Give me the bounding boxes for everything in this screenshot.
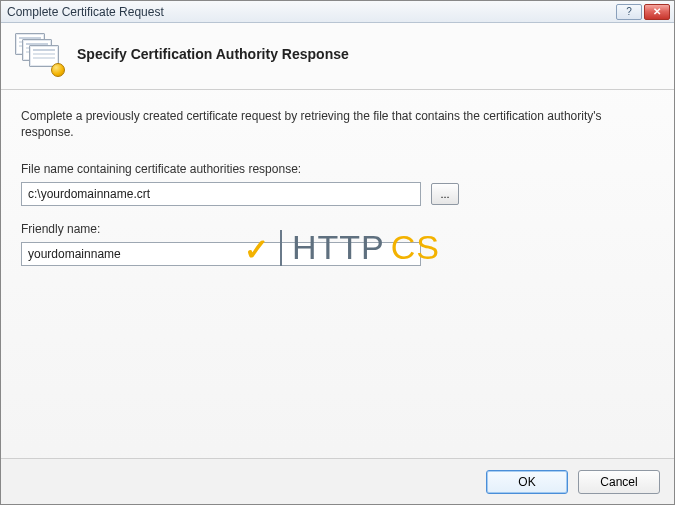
file-row: ... [21, 182, 654, 206]
file-name-label: File name containing certificate authori… [21, 162, 654, 176]
window-title: Complete Certificate Request [7, 5, 616, 19]
dialog-header: Specify Certification Authority Response [1, 23, 674, 90]
certificate-icon [15, 33, 63, 75]
cancel-button[interactable]: Cancel [578, 470, 660, 494]
dialog-footer: OK Cancel [1, 458, 674, 504]
window-buttons: ? ✕ [616, 4, 670, 20]
file-name-input[interactable] [21, 182, 421, 206]
description-text: Complete a previously created certificat… [21, 108, 621, 140]
ok-button[interactable]: OK [486, 470, 568, 494]
help-button[interactable]: ? [616, 4, 642, 20]
dialog-window: Complete Certificate Request ? ✕ Specify… [0, 0, 675, 505]
dialog-body: Complete a previously created certificat… [1, 90, 674, 458]
close-button[interactable]: ✕ [644, 4, 670, 20]
friendly-name-input[interactable] [21, 242, 421, 266]
titlebar[interactable]: Complete Certificate Request ? ✕ [1, 1, 674, 23]
friendly-name-label: Friendly name: [21, 222, 654, 236]
browse-button[interactable]: ... [431, 183, 459, 205]
dialog-heading: Specify Certification Authority Response [77, 46, 349, 62]
